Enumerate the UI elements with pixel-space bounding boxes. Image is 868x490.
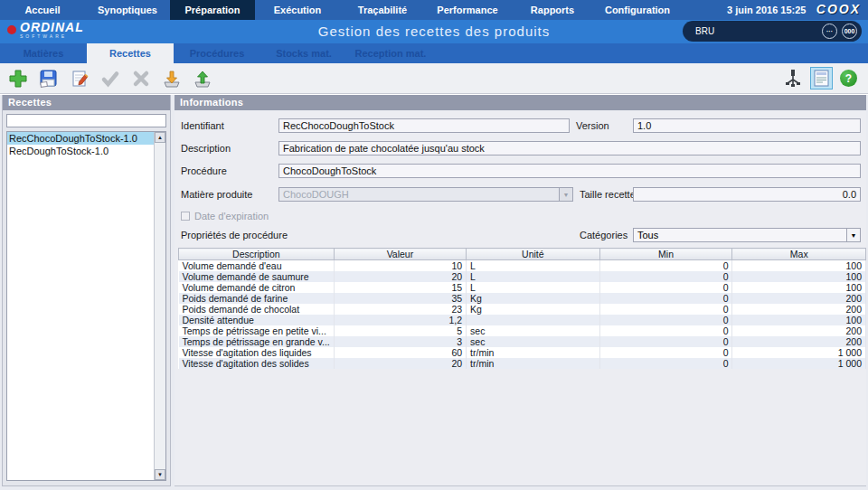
table-cell: 200 xyxy=(732,336,866,347)
tab-stocks-mat[interactable]: Stocks mat. xyxy=(260,43,347,63)
add-icon[interactable] xyxy=(7,68,28,89)
recettes-filter-input[interactable] xyxy=(6,114,166,127)
col-description[interactable]: Description xyxy=(179,249,335,260)
version-field[interactable]: 1.0 xyxy=(633,118,861,133)
table-row[interactable]: Densité attendue1,20100 xyxy=(179,315,866,325)
table-row[interactable]: Volume demandé de citron15L0100 xyxy=(179,282,866,293)
table-cell: 3 xyxy=(334,336,466,347)
taille-recette-field[interactable]: 0.0 xyxy=(633,187,861,202)
titlebar: ORDINAL SOFTWARE Gestion des recettes de… xyxy=(0,20,868,43)
table-cell: 100 xyxy=(732,282,866,293)
procedure-field[interactable]: ChocoDoughToStock xyxy=(278,164,861,178)
table-row[interactable]: Temps de pétrissage en grande v...3sec02… xyxy=(179,336,866,347)
recettes-panel-title: Recettes xyxy=(3,95,170,110)
tab-reception-mat[interactable]: Reception mat. xyxy=(347,43,434,63)
menu-performance[interactable]: Performance xyxy=(425,0,510,20)
menu-rapports[interactable]: Rapports xyxy=(510,0,595,20)
table-cell: 10 xyxy=(334,260,466,272)
recettes-panel: Recettes RecChocoDoughToStock-1.0RecDoug… xyxy=(2,95,171,486)
matiere-produite-combo: ChocoDOUGH ▼ xyxy=(278,187,573,202)
import-icon[interactable] xyxy=(161,68,182,89)
table-cell: 200 xyxy=(732,293,866,304)
table-cell: 0 xyxy=(599,358,732,369)
export-icon[interactable] xyxy=(192,68,212,89)
chevron-down-icon: ▼ xyxy=(559,188,572,201)
table-cell: L xyxy=(467,260,600,272)
user-id: BRU xyxy=(695,26,822,36)
menu-preparation[interactable]: Préparation xyxy=(170,0,255,20)
recettes-list-items: RecChocoDoughToStock-1.0RecDoughToStock-… xyxy=(7,132,154,480)
recettes-scrollbar[interactable]: ▲ ▼ xyxy=(154,132,165,480)
col-max[interactable]: Max xyxy=(732,249,866,260)
table-row[interactable]: Vitesse d'agitation des solides20tr/min0… xyxy=(179,358,866,369)
list-item[interactable]: RecChocoDoughToStock-1.0 xyxy=(7,132,154,145)
menu-synoptiques[interactable]: Synoptiques xyxy=(85,0,170,20)
table-row[interactable]: Temps de pétrissage en petite vi...5sec0… xyxy=(179,325,866,336)
tab-procedures[interactable]: Procédures xyxy=(174,43,260,63)
identifiant-field[interactable]: RecChocoDoughToStock xyxy=(278,118,570,133)
table-cell: 100 xyxy=(732,271,866,282)
table-cell: 0 xyxy=(599,260,732,272)
table-row[interactable]: Poids demandé de farine35Kg0200 xyxy=(179,293,866,304)
table-cell: 20 xyxy=(334,271,466,282)
chevron-down-icon[interactable]: ▼ xyxy=(846,229,860,241)
table-cell: 0 xyxy=(599,347,732,358)
table-row[interactable]: Poids demandé de chocolat23Kg0200 xyxy=(179,304,866,315)
save-icon[interactable] xyxy=(38,68,59,89)
edit-icon[interactable] xyxy=(69,68,90,89)
dots-button[interactable]: ··· xyxy=(822,24,837,39)
table-cell: L xyxy=(467,282,600,293)
menu-tracabilite[interactable]: Traçabilité xyxy=(340,0,425,20)
col-min[interactable]: Min xyxy=(599,249,732,260)
table-cell: Vitesse d'agitation des liquides xyxy=(179,347,335,358)
help-icon[interactable]: ? xyxy=(840,70,857,87)
zeros-button[interactable]: 000 xyxy=(842,24,857,39)
table-cell: 0 xyxy=(599,325,732,336)
table-cell: 5 xyxy=(334,325,466,336)
description-field[interactable]: Fabrication de pate chocolatée jusqu'au … xyxy=(278,141,861,155)
col-valeur[interactable]: Valeur xyxy=(334,249,466,260)
table-cell: 0 xyxy=(599,282,732,293)
table-cell: 1,2 xyxy=(334,315,466,325)
taille-recette-label: Taille recette xyxy=(580,187,636,202)
table-cell: 100 xyxy=(732,315,866,325)
table-cell: Temps de pétrissage en grande v... xyxy=(179,336,335,347)
form-view-icon[interactable] xyxy=(810,67,833,90)
coox-logo: COOX xyxy=(816,2,861,16)
tree-view-icon[interactable] xyxy=(782,68,803,89)
table-cell: Kg xyxy=(467,293,600,304)
proprietes-label: Propriétés de procédure xyxy=(181,228,288,242)
table-cell: L xyxy=(467,271,600,282)
recettes-list: RecChocoDoughToStock-1.0RecDoughToStock-… xyxy=(6,131,166,481)
properties-table-body: Volume demandé d'eau10L0100Volume demand… xyxy=(179,260,866,370)
table-cell: Kg xyxy=(467,304,600,315)
validate-icon xyxy=(99,68,120,89)
table-cell: Vitesse d'agitation des solides xyxy=(179,358,335,369)
menu-execution[interactable]: Exécution xyxy=(255,0,340,20)
table-row[interactable]: Vitesse d'agitation des liquides60tr/min… xyxy=(179,347,866,358)
cancel-icon xyxy=(130,68,151,89)
table-cell: 200 xyxy=(732,325,866,336)
table-row[interactable]: Volume demandé de saumure20L0100 xyxy=(179,271,866,282)
matiere-produite-label: Matière produite xyxy=(181,187,253,202)
table-cell: 15 xyxy=(334,282,466,293)
scroll-up-icon[interactable]: ▲ xyxy=(155,132,165,143)
menu-configuration[interactable]: Configuration xyxy=(595,0,680,20)
scroll-down-icon[interactable]: ▼ xyxy=(155,469,165,480)
matiere-produite-value: ChocoDOUGH xyxy=(279,188,559,201)
tab-matieres[interactable]: Matières xyxy=(0,43,87,63)
table-cell: tr/min xyxy=(467,358,600,369)
version-label: Version xyxy=(576,118,609,133)
table-cell: 0 xyxy=(599,336,732,347)
table-cell: 200 xyxy=(732,304,866,315)
tab-recettes[interactable]: Recettes xyxy=(87,43,174,63)
col-unite[interactable]: Unité xyxy=(467,249,600,260)
categories-combo[interactable]: Tous ▼ xyxy=(633,228,861,242)
menu-accueil[interactable]: Accueil xyxy=(0,0,85,20)
table-cell: Temps de pétrissage en petite vi... xyxy=(179,325,335,336)
datetime-display: 3 juin 2016 15:25 xyxy=(691,0,806,20)
table-cell: 0 xyxy=(599,293,732,304)
list-item[interactable]: RecDoughToStock-1.0 xyxy=(7,145,154,157)
table-row[interactable]: Volume demandé d'eau10L0100 xyxy=(179,260,866,272)
table-cell: 1 000 xyxy=(732,347,866,358)
